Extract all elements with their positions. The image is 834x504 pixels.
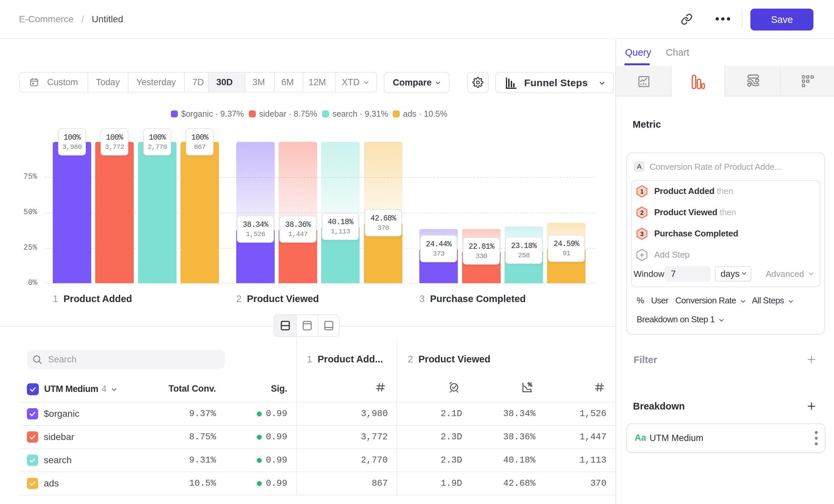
svg-text:1: 1: [640, 188, 644, 195]
svg-text:2: 2: [640, 209, 644, 216]
svg-text:3: 3: [640, 230, 644, 237]
